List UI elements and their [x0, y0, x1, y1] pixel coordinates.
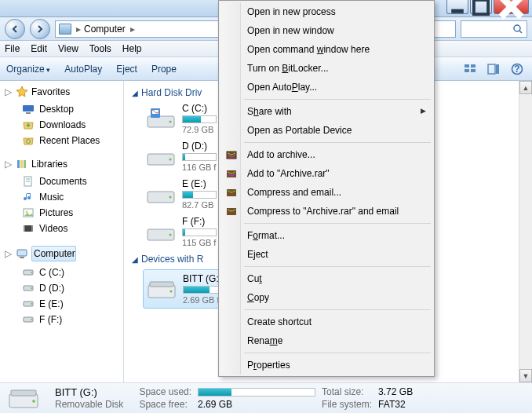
collapse-icon[interactable]: ▷ [5, 86, 13, 97]
menu-edit[interactable]: Edit [31, 43, 47, 54]
capacity-bar [182, 153, 217, 161]
winrar-icon [225, 167, 238, 180]
svg-rect-12 [23, 105, 34, 111]
svg-rect-8 [488, 64, 495, 74]
svg-rect-7 [471, 69, 476, 72]
filesystem-label: File system: [322, 399, 372, 410]
menu-view[interactable]: View [58, 43, 78, 54]
computer-group: ▷ Computer C (C:) D (D:) E (E:) F (F:) [5, 246, 120, 327]
svg-point-22 [26, 211, 28, 214]
window-close-button[interactable] [494, 0, 529, 14]
svg-rect-47 [150, 282, 173, 287]
window-maximize-button[interactable] [470, 0, 492, 14]
organize-button[interactable]: Organize [6, 64, 50, 75]
sidebar-item-desktop[interactable]: Desktop [5, 101, 120, 117]
sidebar-item-videos[interactable]: Videos [5, 221, 120, 236]
sidebar-item-label: C (C:) [39, 267, 64, 278]
removable-drive-icon [147, 277, 177, 301]
ctx-open-autoplay[interactable]: Open AutoPlay... [220, 78, 432, 97]
space-free-label: Space free: [139, 399, 191, 410]
drive-name: D (D:) [182, 141, 217, 152]
breadcrumb-location[interactable]: Computer [84, 24, 126, 35]
sidebar-item-downloads[interactable]: Downloads [5, 117, 120, 133]
autoplay-button[interactable]: AutoPlay [64, 64, 102, 75]
ctx-cut[interactable]: Cut [220, 269, 432, 288]
ctx-share-with[interactable]: Share with [220, 102, 432, 121]
navigation-pane: ▷ Favorites Desktop Downloads Recent Pla… [0, 81, 124, 382]
ctx-compress-email[interactable]: Compress and email... [220, 183, 432, 202]
sidebar-item-pictures[interactable]: Pictures [5, 205, 120, 221]
svg-rect-9 [496, 64, 499, 74]
ctx-add-to-archive-rar[interactable]: Add to "Archive.rar" [220, 164, 432, 183]
downloads-icon [22, 119, 35, 131]
svg-rect-50 [11, 390, 36, 396]
computer-icon [16, 247, 28, 260]
sidebar-item-label: F (F:) [39, 314, 62, 325]
capacity-bar [182, 191, 217, 199]
eject-button[interactable]: Eject [116, 64, 137, 75]
svg-point-41 [169, 159, 172, 161]
hdd-icon [146, 144, 176, 168]
ctx-open-new-process[interactable]: Open in new process [220, 2, 432, 21]
vertical-scrollbar[interactable]: ▲ ▼ [519, 81, 532, 382]
total-size-label: Total size: [322, 386, 372, 397]
favorites-label[interactable]: Favorites [31, 86, 70, 97]
ctx-add-to-archive[interactable]: Add to archive... [220, 145, 432, 164]
scroll-up-button[interactable]: ▲ [519, 81, 532, 94]
collapse-icon[interactable]: ▷ [5, 159, 13, 170]
window-minimize-button[interactable] [446, 0, 468, 14]
scroll-down-button[interactable]: ▼ [519, 369, 532, 382]
libraries-icon [16, 158, 28, 170]
menu-help[interactable]: Help [122, 43, 142, 54]
svg-text:?: ? [514, 64, 519, 75]
libraries-label[interactable]: Libraries [31, 159, 67, 170]
system-hdd-icon [146, 107, 176, 130]
menu-file[interactable]: File [5, 43, 20, 54]
drive-name: E (E:) [182, 178, 217, 189]
menu-tools[interactable]: Tools [89, 43, 111, 54]
svg-rect-4 [465, 64, 469, 68]
ctx-open-portable-device[interactable]: Open as Portable Device [220, 121, 432, 140]
ctx-eject[interactable]: Eject [220, 245, 432, 264]
svg-rect-27 [20, 257, 24, 258]
svg-rect-25 [31, 225, 33, 232]
ctx-properties[interactable]: Properties [220, 356, 432, 375]
separator [244, 99, 431, 100]
group-label: Devices with R [141, 254, 203, 265]
separator [244, 223, 431, 224]
ctx-open-new-window[interactable]: Open in new window [220, 21, 432, 40]
ctx-create-shortcut[interactable]: Create shortcut [220, 312, 432, 331]
sidebar-item-documents[interactable]: Documents [5, 174, 120, 189]
properties-button[interactable]: Prope [151, 64, 177, 75]
svg-point-31 [31, 287, 32, 289]
filesystem-value: FAT32 [378, 399, 413, 410]
view-mode-button[interactable] [461, 60, 479, 78]
details-pane: BITT (G:) Removable Disk Space used: Tot… [0, 382, 532, 413]
separator [244, 142, 431, 143]
sidebar-item-recent[interactable]: Recent Places [5, 133, 120, 148]
help-button[interactable]: ? [508, 60, 526, 78]
ctx-rename[interactable]: Rename [220, 331, 432, 350]
sidebar-item-drive-f[interactable]: F (F:) [5, 312, 120, 327]
back-button[interactable] [5, 19, 25, 39]
preview-pane-button[interactable] [485, 60, 502, 78]
ctx-bitlocker[interactable]: Turn on BitLocker... [220, 59, 432, 78]
collapse-icon[interactable]: ▷ [5, 248, 13, 259]
svg-point-29 [31, 272, 32, 273]
hdd-icon [22, 313, 35, 326]
hdd-icon [22, 282, 35, 294]
svg-rect-15 [17, 160, 20, 168]
computer-label[interactable]: Computer [31, 246, 76, 261]
svg-rect-16 [20, 160, 23, 168]
forward-button[interactable] [30, 19, 50, 39]
drive-free: 82.7 GB [182, 200, 217, 210]
sidebar-item-drive-d[interactable]: D (D:) [5, 280, 120, 296]
sidebar-item-drive-c[interactable]: C (C:) [5, 265, 120, 280]
svg-point-2 [514, 25, 520, 31]
ctx-open-cmd-here[interactable]: Open command window here [220, 40, 432, 59]
ctx-format[interactable]: Format... [220, 226, 432, 245]
ctx-copy[interactable]: Copy [220, 288, 432, 307]
ctx-compress-rar-email[interactable]: Compress to "Archive.rar" and email [220, 202, 432, 221]
sidebar-item-drive-e[interactable]: E (E:) [5, 296, 120, 312]
sidebar-item-music[interactable]: Music [5, 189, 120, 205]
